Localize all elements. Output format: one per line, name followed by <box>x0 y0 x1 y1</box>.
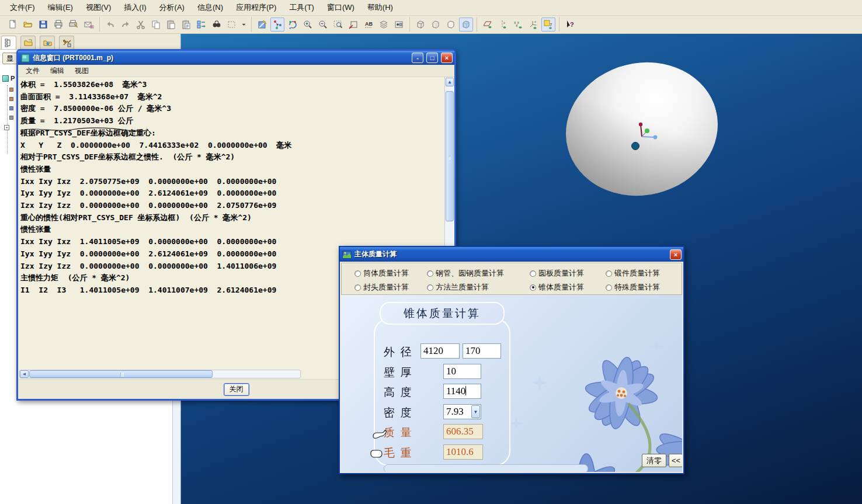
radio-circular-plate-dot[interactable] <box>530 270 536 277</box>
radio-square-flange[interactable]: 方法兰质量计算 <box>427 282 530 293</box>
redo-button[interactable] <box>119 18 133 32</box>
selection-filter-dropdown-button[interactable] <box>240 18 248 32</box>
view-manager-button[interactable] <box>392 18 406 32</box>
outer-diameter-input-1[interactable]: 4120 <box>420 343 460 359</box>
annotations-button[interactable]: AB <box>362 18 376 32</box>
vertical-scroll-thumb[interactable] <box>446 91 454 221</box>
radio-cone-dot[interactable] <box>530 284 536 291</box>
print-button[interactable] <box>51 18 65 32</box>
selection-filter-button[interactable] <box>225 18 239 32</box>
density-combobox[interactable]: 7.93 ▼ <box>443 404 481 419</box>
point-display-button[interactable]: x xx <box>511 18 525 32</box>
nav-tab-history[interactable] <box>59 36 74 49</box>
dialog-close-button[interactable]: × <box>670 249 682 260</box>
spin-center-button[interactable] <box>270 18 284 32</box>
menu-item-5[interactable]: 信息(N) <box>191 0 230 15</box>
menu-item-4[interactable]: 分析(A) <box>153 0 191 15</box>
no-hidden-display-button[interactable] <box>444 18 458 32</box>
send-email-button[interactable] <box>82 18 96 32</box>
shading-display-button[interactable] <box>459 18 473 32</box>
open-file-icon <box>23 19 33 30</box>
outer-diameter-input-2[interactable]: 170 <box>463 343 501 359</box>
spin-center-display-button[interactable]: 7 <box>541 18 555 32</box>
tree-expand-icon[interactable]: + <box>4 125 9 130</box>
height-input[interactable]: 1140 <box>443 384 481 399</box>
paste-button[interactable] <box>164 18 178 32</box>
radio-special-dot[interactable] <box>606 284 612 291</box>
info-menu-item-0[interactable]: 文件 <box>20 65 45 77</box>
info-menu-item-2[interactable]: 视图 <box>69 65 94 77</box>
new-file-button[interactable] <box>6 18 20 32</box>
zoom-in-button[interactable] <box>301 18 315 32</box>
dialog-titlebar[interactable]: 主体质量计算 × <box>340 247 683 262</box>
radio-cylinder[interactable]: 筒体质量计算 <box>354 268 427 279</box>
maximize-button[interactable]: □ <box>426 53 438 63</box>
reorient-button[interactable] <box>346 18 360 32</box>
horizontal-scroll-thumb[interactable] <box>29 370 213 378</box>
nav-tab-model-tree[interactable] <box>1 36 16 49</box>
hand-cursor-icon <box>369 448 384 461</box>
menu-item-1[interactable]: 编辑(E) <box>41 0 79 15</box>
model-tree-root[interactable]: P <box>2 75 15 82</box>
radio-cone[interactable]: 锥体质量计算 <box>530 282 606 293</box>
radio-cylinder-dot[interactable] <box>354 270 361 277</box>
info-window-titlebar[interactable]: 信息窗口 (PRT0001.m_p) - □ × <box>18 51 454 65</box>
toolbar-group <box>409 17 477 32</box>
zoom-out-button[interactable] <box>316 18 330 32</box>
wireframe-display-button[interactable] <box>413 18 427 32</box>
menu-item-6[interactable]: 应用程序(P) <box>230 0 283 15</box>
open-file-button[interactable] <box>21 18 35 32</box>
feature-icon[interactable] <box>9 88 13 92</box>
orient-mode-button[interactable] <box>286 18 300 32</box>
model-player-button[interactable] <box>194 18 208 32</box>
undo-button[interactable] <box>103 18 117 32</box>
radio-pipe-roundbar[interactable]: 钢管、圆钢质量计算 <box>427 268 530 279</box>
scroll-left-arrow[interactable]: ◄ <box>20 370 29 378</box>
datum-plane-display-button[interactable] <box>481 18 495 32</box>
collapse-button[interactable]: << <box>669 454 682 467</box>
layers-button[interactable] <box>377 18 391 32</box>
nav-tab-folder-browser[interactable] <box>20 36 36 49</box>
feature-icon[interactable] <box>9 106 13 110</box>
refit-button[interactable] <box>331 18 345 32</box>
hidden-line-display-button[interactable] <box>429 18 443 32</box>
radio-special[interactable]: 特殊质量计算 <box>606 282 676 293</box>
cut-button[interactable] <box>134 18 148 32</box>
menu-item-2[interactable]: 视图(V) <box>79 0 117 15</box>
menu-item-9[interactable]: 帮助(H) <box>361 0 399 15</box>
info-menu-item-1[interactable]: 编辑 <box>45 65 69 77</box>
scroll-up-arrow[interactable]: ▲ <box>446 78 454 86</box>
clear-button[interactable]: 清零 <box>642 454 666 467</box>
close-button[interactable]: × <box>441 53 453 63</box>
radio-forging[interactable]: 锻件质量计算 <box>606 268 676 279</box>
radio-square-flange-dot[interactable] <box>427 284 433 291</box>
radio-head-dot[interactable] <box>354 284 361 291</box>
zoom-in-icon <box>303 19 313 30</box>
feature-icon[interactable] <box>9 97 13 101</box>
navigator-show-button[interactable]: 显 <box>2 53 18 64</box>
paste-special-button[interactable] <box>179 18 193 32</box>
copy-button[interactable] <box>149 18 163 32</box>
menu-item-3[interactable]: 插入(I) <box>117 0 152 15</box>
menu-item-0[interactable]: 文件(F) <box>4 0 41 15</box>
radio-circular-plate[interactable]: 圆板质量计算 <box>530 268 606 279</box>
minimize-button[interactable]: - <box>412 53 423 63</box>
nav-tab-favorites[interactable] <box>40 36 55 49</box>
context-help-button[interactable]: ? <box>563 18 577 32</box>
menu-item-8[interactable]: 窗口(W) <box>321 0 361 15</box>
radio-forging-dot[interactable] <box>606 270 612 277</box>
feature-icon[interactable] <box>9 116 13 120</box>
horizontal-scroll-track[interactable]: ◄ <box>19 370 301 378</box>
density-dropdown-button[interactable]: ▼ <box>471 405 480 418</box>
menu-item-7[interactable]: 工具(T) <box>283 0 321 15</box>
save-file-button[interactable] <box>36 18 50 32</box>
datum-axis-display-button[interactable]: x <box>496 18 510 32</box>
csys-display-button[interactable]: x <box>526 18 540 32</box>
info-close-button[interactable]: 关闭 <box>224 383 249 396</box>
repaint-button[interactable] <box>255 18 269 32</box>
find-button[interactable] <box>210 18 224 32</box>
radio-pipe-roundbar-dot[interactable] <box>427 270 433 277</box>
radio-head[interactable]: 封头质量计算 <box>354 282 427 293</box>
print-annotate-button[interactable] <box>67 18 81 32</box>
wall-thickness-input[interactable]: 10 <box>443 364 481 379</box>
